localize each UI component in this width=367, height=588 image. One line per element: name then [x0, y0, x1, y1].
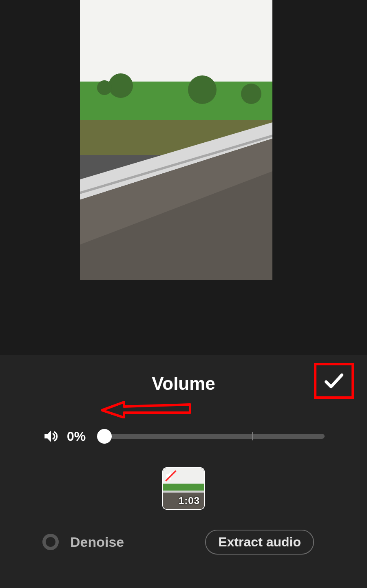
- extract-audio-button[interactable]: Extract audio: [205, 530, 314, 555]
- clip-thumbnail[interactable]: 1:03: [162, 467, 205, 510]
- video-preview-area: [0, 0, 367, 355]
- svg-point-2: [108, 73, 133, 98]
- check-icon: [322, 369, 346, 393]
- volume-slider-thumb[interactable]: [97, 429, 112, 444]
- confirm-button[interactable]: [314, 363, 354, 399]
- volume-icon: [42, 428, 60, 445]
- svg-point-3: [188, 75, 217, 104]
- svg-point-5: [241, 84, 261, 104]
- denoise-toggle[interactable]: [42, 534, 59, 550]
- video-preview[interactable]: [80, 0, 272, 280]
- svg-point-4: [97, 80, 112, 95]
- video-frame-image: [80, 0, 272, 280]
- volume-panel: Volume 0% 1:03: [0, 355, 367, 588]
- svg-rect-0: [80, 0, 272, 86]
- panel-title: Volume: [0, 374, 367, 394]
- muted-icon: [165, 470, 177, 482]
- volume-slider-row: 0%: [0, 428, 367, 444]
- volume-default-mark: [252, 432, 253, 440]
- denoise-label: Denoise: [70, 534, 124, 550]
- volume-slider[interactable]: [104, 434, 325, 439]
- clip-duration: 1:03: [179, 495, 200, 506]
- bottom-actions: Denoise Extract audio: [0, 531, 367, 553]
- arrow-left-annotation-icon: [100, 400, 192, 418]
- volume-percent: 0%: [67, 429, 95, 444]
